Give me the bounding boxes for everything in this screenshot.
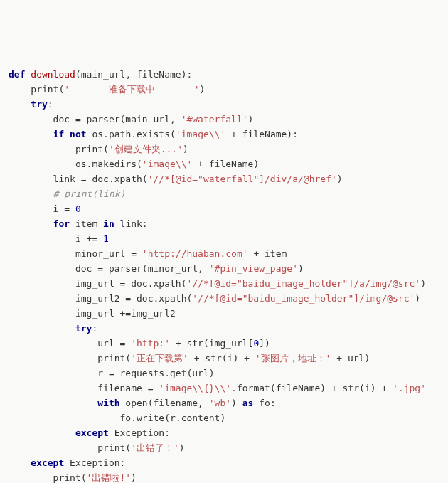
- code-token: ): [248, 114, 254, 124]
- code-line: minor_url = 'http://huaban.com' + item: [9, 246, 439, 261]
- code-line: for item in link:: [9, 216, 439, 231]
- code-token: filename =: [9, 383, 159, 393]
- code-token: [9, 189, 53, 199]
- code-token: img_url = doc.xpath(: [9, 278, 186, 289]
- code-token: '//*[@id="baidu_image_holder"]/a/img/@sr…: [186, 278, 420, 289]
- code-token: 'image\\{}\\': [159, 383, 231, 393]
- code-token: i =: [9, 203, 75, 214]
- code-token: # print(link): [53, 189, 126, 199]
- code-token: 'image\\': [142, 159, 192, 169]
- code-token: '#pin_view_page': [209, 263, 298, 274]
- code-token: doc = parser(main_url,: [9, 114, 181, 124]
- code-line: print('正在下载第' + str(i) + '张图片，地址：' + url…: [9, 351, 439, 366]
- code-token: [9, 457, 31, 468]
- code-token: fo.write(r.content): [9, 413, 225, 423]
- code-line: doc = parser(main_url, '#waterfall'): [9, 112, 439, 127]
- code-token: open(filename,: [120, 398, 209, 408]
- code-token: ): [179, 442, 185, 453]
- code-token: img_url2 = doc.xpath(: [9, 293, 192, 304]
- code-token: '张图片，地址：': [255, 353, 331, 363]
- code-token: + str(img_url[: [170, 338, 253, 349]
- code-token: ): [183, 144, 188, 154]
- code-token: [9, 218, 53, 229]
- code-line: # print(link): [9, 186, 439, 201]
- code-token: os.makedirs(: [9, 159, 142, 169]
- code-token: [9, 129, 53, 139]
- code-line: with open(filename, 'wb') as fo:: [9, 396, 439, 410]
- code-token: in: [103, 218, 114, 229]
- code-token: item: [70, 218, 103, 229]
- code-token: link:: [114, 218, 148, 229]
- code-line: try:: [9, 97, 439, 112]
- code-line: if not os.path.exists('image\\' + fileNa…: [9, 127, 439, 142]
- code-token: link = doc.xpath(: [9, 174, 148, 184]
- code-line: try:: [9, 321, 439, 336]
- code-token: '正在下载第': [131, 353, 188, 363]
- code-token: ]): [259, 338, 270, 349]
- code-line: img_url2 = doc.xpath('//*[@id="baidu_ima…: [9, 291, 439, 306]
- code-line: except Exception:: [9, 425, 439, 440]
- code-block: def download(main_url, fileName): print(…: [9, 67, 439, 483]
- code-token: :: [92, 323, 97, 334]
- code-line: print('创建文件夹...'): [9, 142, 439, 156]
- code-token: img_url +=img_url2: [9, 308, 176, 319]
- code-line: print('出错了！'): [9, 440, 439, 455]
- code-token: 'http://huaban.com': [142, 248, 248, 259]
- code-line: filename = 'image\\{}\\'.format(fileName…: [9, 381, 439, 396]
- code-token: '创建文件夹...': [109, 144, 183, 154]
- code-token: print(: [9, 472, 87, 483]
- code-token: r = requests.get(url): [9, 368, 215, 378]
- code-token: ): [337, 174, 343, 184]
- code-token: 'wb': [209, 398, 231, 408]
- code-token: if not: [53, 129, 87, 139]
- code-token: + item: [248, 248, 287, 259]
- code-token: i +=: [9, 233, 103, 244]
- code-token: print(: [9, 144, 109, 154]
- code-token: + fileName): [192, 159, 259, 169]
- code-token: for: [53, 218, 70, 229]
- code-token: ): [420, 278, 426, 289]
- code-line: print('出错啦!'): [9, 470, 439, 483]
- code-token: ): [200, 84, 206, 95]
- code-line: img_url +=img_url2: [9, 306, 439, 321]
- code-token: download: [31, 69, 75, 80]
- code-token: ): [415, 293, 420, 304]
- code-line: os.makedirs('image\\' + fileName): [9, 156, 439, 171]
- code-line: link = doc.xpath('//*[@id="waterfall"]/d…: [9, 171, 439, 186]
- code-line: fo.write(r.content): [9, 410, 439, 425]
- code-token: minor_url =: [9, 248, 142, 259]
- code-line: i = 0: [9, 201, 439, 216]
- code-token: .format(fileName) + str(i) +: [231, 383, 393, 393]
- code-token: print(: [9, 84, 64, 95]
- code-line: doc = parser(minor_url, '#pin_view_page'…: [9, 261, 439, 276]
- code-line: print('-------准备下载中-------'): [9, 82, 439, 97]
- code-token: 1: [103, 233, 109, 244]
- code-token: '#waterfall': [181, 114, 248, 124]
- code-token: [9, 99, 31, 110]
- code-token: + url): [331, 353, 370, 363]
- code-token: url =: [9, 338, 131, 349]
- code-line: except Exception:: [9, 455, 439, 470]
- code-token: def: [9, 69, 31, 80]
- code-token: ): [298, 263, 304, 274]
- code-token: print(: [9, 442, 131, 453]
- code-token: ): [131, 472, 137, 483]
- code-token: '//*[@id="waterfall"]/div/a/@href': [148, 174, 337, 184]
- code-token: with: [97, 398, 119, 408]
- code-line: def download(main_url, fileName):: [9, 67, 439, 82]
- code-token: '//*[@id="baidu_image_holder"]/img/@src': [192, 293, 415, 304]
- code-line: url = 'http:' + str(img_url[0]): [9, 336, 439, 351]
- code-token: Exception:: [64, 457, 125, 468]
- code-token: [9, 398, 97, 408]
- code-token: '-------准备下载中-------': [64, 84, 199, 95]
- code-token: '.jpg': [393, 383, 426, 393]
- code-token: [9, 428, 75, 438]
- code-token: 'http:': [131, 338, 170, 349]
- code-token: try: [75, 323, 92, 334]
- code-token: except: [75, 428, 109, 438]
- code-token: (main_url, fileName):: [75, 69, 192, 80]
- code-token: try: [31, 99, 47, 110]
- code-line: i += 1: [9, 231, 439, 246]
- code-token: + fileName):: [225, 129, 298, 139]
- code-token: [9, 323, 75, 334]
